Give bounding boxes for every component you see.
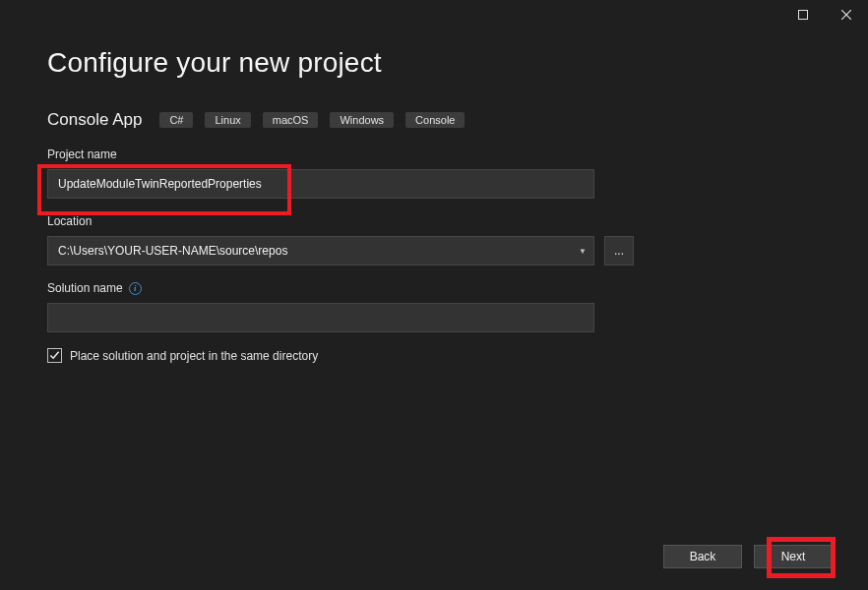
- browse-button[interactable]: ...: [604, 236, 634, 266]
- same-directory-label: Place solution and project in the same d…: [70, 349, 318, 363]
- solution-name-label-text: Solution name: [47, 281, 123, 295]
- same-directory-checkbox[interactable]: [47, 348, 62, 363]
- solution-name-input[interactable]: [47, 303, 594, 332]
- tag: macOS: [263, 112, 319, 128]
- page-title: Configure your new project: [47, 47, 821, 79]
- tag: Linux: [205, 112, 250, 128]
- next-button[interactable]: Next: [754, 545, 833, 568]
- location-input[interactable]: [47, 236, 594, 266]
- title-bar: [0, 0, 868, 30]
- svg-rect-0: [799, 11, 808, 20]
- tag: Windows: [330, 112, 394, 128]
- location-block: Location ▼ ...: [47, 214, 821, 266]
- template-row: Console App C# Linux macOS Windows Conso…: [47, 110, 821, 130]
- project-name-block: Project name: [47, 148, 821, 199]
- maximize-button[interactable]: [781, 0, 825, 30]
- solution-name-block: Solution name i: [47, 281, 821, 332]
- content-area: Configure your new project Console App C…: [0, 30, 868, 363]
- project-name-input[interactable]: [47, 169, 594, 199]
- dialog-window: Configure your new project Console App C…: [0, 0, 868, 590]
- tag: Console: [405, 112, 465, 128]
- close-button[interactable]: [825, 0, 868, 30]
- back-button[interactable]: Back: [663, 545, 742, 568]
- footer-buttons: Back Next: [663, 545, 833, 568]
- project-name-label: Project name: [47, 148, 821, 161]
- solution-name-label: Solution name i: [47, 281, 821, 295]
- template-name: Console App: [47, 110, 142, 130]
- info-icon[interactable]: i: [129, 282, 142, 295]
- tag: C#: [159, 112, 193, 128]
- location-combo[interactable]: ▼: [47, 236, 594, 266]
- location-label: Location: [47, 214, 821, 228]
- same-directory-row: Place solution and project in the same d…: [47, 348, 821, 363]
